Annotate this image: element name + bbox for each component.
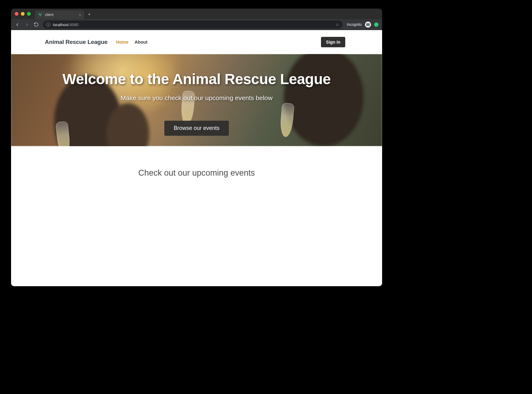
- bookmark-star-icon[interactable]: ☆: [335, 22, 339, 27]
- svg-point-0: [366, 24, 368, 26]
- incognito-label: Incognito: [347, 22, 362, 27]
- hero-subtitle: Make sure you check out our upcoming eve…: [121, 94, 273, 102]
- svg-point-1: [368, 24, 370, 26]
- svg-rect-2: [366, 24, 370, 24]
- sign-in-button[interactable]: Sign in: [321, 37, 345, 47]
- address-bar[interactable]: i localhost:8080 ☆: [43, 21, 342, 29]
- incognito-icon[interactable]: [365, 21, 371, 28]
- forward-button[interactable]: [24, 22, 29, 27]
- extension-icon[interactable]: [374, 22, 378, 27]
- reload-button[interactable]: [34, 22, 39, 27]
- browser-toolbar: i localhost:8080 ☆ Incognito: [11, 19, 382, 30]
- new-tab-button[interactable]: +: [88, 12, 91, 17]
- brand-title[interactable]: Animal Rescue League: [45, 39, 108, 45]
- site-info-icon[interactable]: i: [46, 22, 50, 27]
- window-controls: [15, 12, 31, 16]
- hero-title: Welcome to the Animal Rescue League: [62, 71, 331, 88]
- close-window-button[interactable]: [15, 12, 18, 16]
- maximize-window-button[interactable]: [27, 12, 31, 16]
- site-nav: Animal Rescue League Home About Sign in: [11, 30, 382, 54]
- tab-title: client: [45, 13, 53, 17]
- toolbar-right: Incognito: [347, 21, 378, 28]
- hero-section: Welcome to the Animal Rescue League Make…: [11, 54, 382, 146]
- vue-favicon-icon: [38, 13, 42, 17]
- minimize-window-button[interactable]: [21, 12, 25, 16]
- browse-events-button[interactable]: Browse our events: [164, 121, 229, 136]
- nav-link-home[interactable]: Home: [113, 40, 131, 45]
- tab-close-icon[interactable]: ×: [79, 13, 81, 17]
- events-heading: Check out our upcoming events: [11, 168, 382, 178]
- browser-window: client × + i localhost:8080 ☆ Incognito: [11, 9, 382, 286]
- browser-titlebar: client × +: [11, 9, 382, 19]
- url-host: localhost:8080: [53, 22, 79, 27]
- back-button[interactable]: [15, 22, 20, 27]
- browser-tab[interactable]: client ×: [35, 10, 84, 19]
- nav-link-about[interactable]: About: [131, 40, 151, 45]
- page-viewport: Animal Rescue League Home About Sign in …: [11, 30, 382, 286]
